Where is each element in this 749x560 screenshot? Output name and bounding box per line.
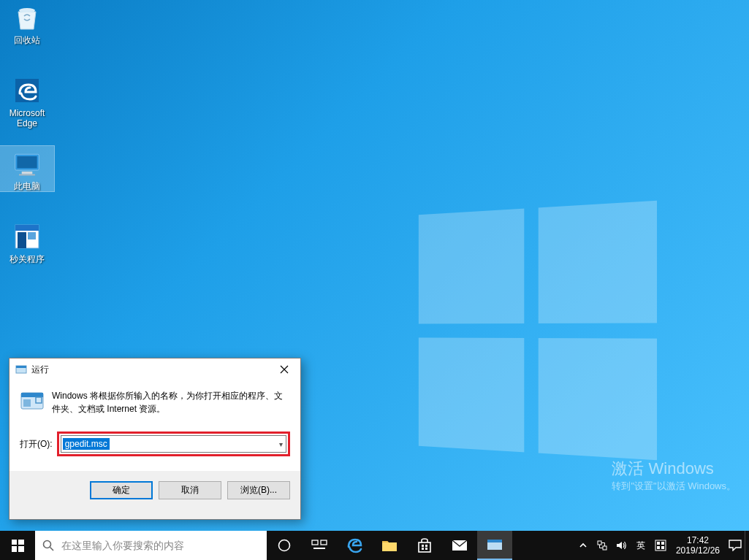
highlight-annotation: gpedit.msc ▾	[57, 431, 290, 456]
svg-rect-11	[16, 366, 26, 368]
volume-icon	[615, 540, 627, 551]
cortana-icon	[277, 538, 292, 553]
edge-icon	[346, 537, 363, 554]
this-pc-label: 此电脑	[0, 181, 54, 191]
close-icon	[280, 365, 289, 374]
action-center-icon	[729, 540, 742, 551]
svg-rect-23	[425, 545, 427, 547]
svg-point-17	[279, 540, 290, 551]
recycle-bin-icon	[12, 3, 42, 32]
run-open-combobox[interactable]: gpedit.msc ▾	[61, 435, 286, 453]
tray-volume[interactable]	[612, 531, 631, 560]
svg-rect-8	[18, 232, 26, 248]
chevron-up-icon	[579, 541, 588, 550]
task-view-button[interactable]	[302, 531, 337, 560]
tray-ime-lang[interactable]: 英	[631, 531, 651, 560]
svg-rect-21	[419, 542, 430, 552]
store-icon	[417, 537, 433, 553]
this-pc-icon	[12, 149, 42, 178]
svg-rect-29	[598, 541, 601, 545]
taskbar-store[interactable]	[407, 531, 442, 560]
svg-rect-25	[425, 548, 427, 550]
task-view-icon	[311, 539, 327, 552]
desktop-icon-shutdown-app[interactable]: 秒关程序	[0, 219, 54, 264]
run-open-label: 打开(O):	[20, 438, 53, 450]
tray-ime-mode[interactable]	[651, 531, 670, 560]
tray-overflow[interactable]	[574, 531, 593, 560]
svg-rect-28	[487, 540, 502, 542]
mail-icon	[452, 539, 468, 552]
svg-rect-33	[661, 542, 664, 545]
svg-point-15	[43, 541, 50, 548]
taskbar-search-input[interactable]	[61, 531, 267, 560]
edge-label: Microsoft Edge	[0, 108, 54, 129]
windows-icon	[12, 540, 24, 552]
tray-time: 17:42	[676, 535, 720, 545]
tray-date: 2019/12/26	[676, 545, 720, 556]
svg-rect-5	[19, 174, 35, 176]
tray-action-center[interactable]	[726, 531, 745, 560]
system-tray: 英 17:42 2019/12/26	[574, 531, 749, 560]
taskbar-mail[interactable]	[442, 531, 477, 560]
run-dialog-body: Windows 将根据你所输入的名称，为你打开相应的程序、文件夹、文档或 Int…	[9, 380, 300, 471]
svg-rect-9	[28, 232, 36, 239]
taskbar-search[interactable]	[35, 531, 267, 560]
shutdown-app-label: 秒关程序	[0, 254, 54, 264]
run-dialog-icon	[15, 364, 27, 375]
chevron-down-icon[interactable]: ▾	[279, 440, 283, 448]
svg-rect-4	[22, 172, 33, 174]
edge-icon	[12, 76, 42, 105]
desktop-icon-edge[interactable]: Microsoft Edge	[0, 73, 54, 129]
desktop-icon-recycle-bin[interactable]: 回收站	[0, 0, 54, 45]
run-dialog-titlebar[interactable]: 运行	[9, 358, 300, 380]
cortana-button[interactable]	[267, 531, 302, 560]
svg-rect-13	[21, 393, 43, 397]
folder-icon	[381, 538, 398, 553]
cancel-button[interactable]: 取消	[159, 481, 221, 499]
run-dialog-description: Windows 将根据你所输入的名称，为你打开相应的程序、文件夹、文档或 Int…	[52, 389, 290, 415]
svg-rect-18	[312, 540, 318, 545]
network-icon	[596, 540, 608, 551]
svg-rect-20	[313, 548, 325, 549]
activation-watermark: 激活 Windows 转到"设置"以激活 Windows。	[612, 458, 736, 493]
svg-rect-14	[23, 399, 31, 407]
svg-rect-24	[422, 548, 424, 550]
run-dialog-title: 运行	[31, 364, 49, 376]
desktop: 回收站 Microsoft Edge 此电脑 秒关程序 激活 Windows 转…	[0, 0, 749, 531]
taskbar-edge[interactable]	[337, 531, 372, 560]
svg-rect-3	[17, 156, 37, 168]
run-dialog: 运行 Windows 将根据你所输入的名称，为你打开相应的程序、文件夹、文档或 …	[9, 358, 301, 520]
taskbar-run-dialog[interactable]	[477, 531, 512, 560]
svg-rect-35	[661, 546, 664, 549]
svg-rect-22	[422, 545, 424, 547]
svg-rect-7	[15, 225, 39, 231]
svg-line-16	[50, 548, 53, 551]
svg-rect-19	[321, 540, 327, 545]
search-icon	[35, 539, 61, 552]
show-desktop-button[interactable]	[745, 531, 749, 560]
ok-button[interactable]: 确定	[90, 481, 153, 499]
browse-button[interactable]: 浏览(B)...	[227, 481, 290, 499]
activation-title: 激活 Windows	[612, 458, 736, 480]
close-button[interactable]	[267, 358, 300, 380]
wallpaper-windows-logo	[419, 201, 657, 461]
run-open-value: gpedit.msc	[63, 438, 110, 450]
start-button[interactable]	[0, 531, 35, 560]
tray-network[interactable]	[593, 531, 612, 560]
taskbar-file-explorer[interactable]	[372, 531, 407, 560]
taskbar: 英 17:42 2019/12/26	[0, 531, 749, 560]
recycle-bin-label: 回收站	[0, 35, 54, 45]
desktop-icon-this-pc[interactable]: 此电脑	[0, 146, 54, 191]
ime-icon	[655, 540, 666, 551]
activation-subtitle: 转到"设置"以激活 Windows。	[612, 480, 736, 493]
shutdown-app-icon	[12, 222, 42, 251]
svg-rect-34	[657, 546, 660, 549]
run-dialog-button-row: 确定 取消 浏览(B)...	[9, 471, 300, 509]
svg-point-0	[19, 8, 35, 12]
svg-rect-32	[657, 542, 660, 545]
svg-rect-30	[603, 546, 607, 550]
tray-clock[interactable]: 17:42 2019/12/26	[670, 535, 726, 556]
run-body-icon	[20, 389, 45, 414]
run-dialog-taskbar-icon	[487, 538, 503, 551]
